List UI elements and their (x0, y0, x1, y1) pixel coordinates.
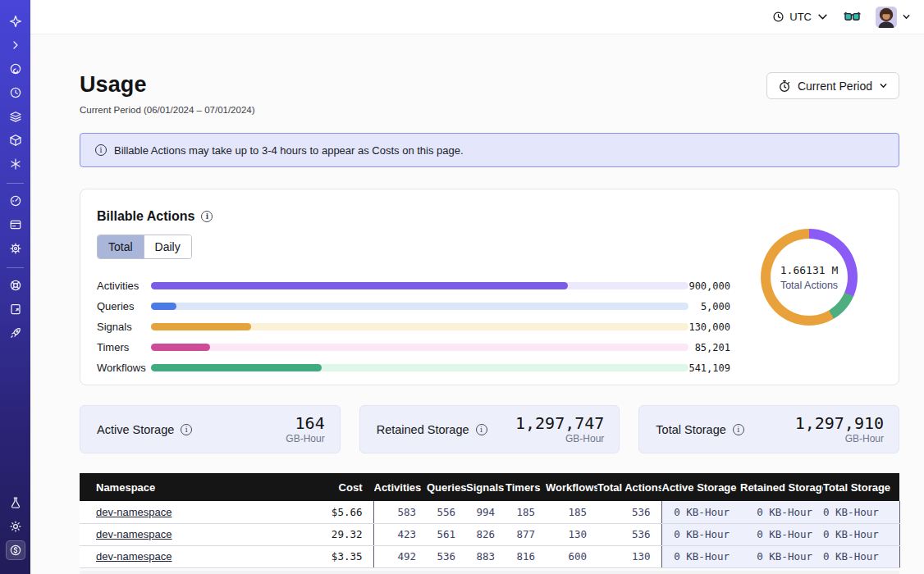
chart-label: Workflows (97, 362, 151, 374)
activities-cell: 492 (373, 545, 427, 567)
bar-track (151, 344, 688, 351)
active-storage-card: Active Storage i 164 GB-Hour (80, 405, 341, 453)
tab-total[interactable]: Total (98, 235, 144, 258)
account-menu[interactable] (876, 7, 911, 28)
chart-label: Signals (97, 321, 151, 333)
info-icon: i (95, 144, 107, 156)
stopwatch-icon (778, 80, 791, 93)
bar-track (151, 282, 688, 289)
four-point-star-icon[interactable] (6, 11, 25, 31)
period-selector-label: Current Period (798, 80, 872, 93)
retained-storage-cell: 0 KB-Hour (740, 501, 823, 523)
bar-track (151, 364, 688, 371)
gear-icon[interactable] (6, 239, 25, 258)
table-row: dev-namespace $3.35 492 536 883 816 600 … (80, 545, 899, 567)
namespace-link[interactable]: dev-namespace (96, 528, 172, 540)
topbar: UTC (30, 0, 924, 34)
tab-daily[interactable]: Daily (144, 235, 191, 258)
billable-actions-card: Billable Actions i Total Daily Activitie… (80, 189, 899, 385)
table-scrollbar[interactable] (80, 571, 899, 574)
retained-storage-cell: 0 KB-Hour (740, 523, 823, 545)
total-storage-cell: 0 KB-Hour (823, 501, 899, 523)
total-actions-cell: 536 (597, 501, 661, 523)
table-row: dev-namespace $5.66 583 556 994 185 185 … (80, 501, 899, 523)
storage-card-label: Active Storage (97, 423, 174, 436)
signals-cell: 826 (466, 523, 505, 545)
col-signals: Signals (466, 473, 505, 501)
glasses-button[interactable] (844, 11, 861, 23)
chart-value: 130,000 (688, 321, 730, 333)
chevron-right-icon[interactable] (6, 35, 25, 55)
queries-cell: 561 (427, 523, 466, 545)
flask-icon[interactable] (6, 493, 25, 512)
window-icon[interactable] (6, 215, 25, 235)
bar-track (151, 323, 688, 330)
signals-cell: 994 (466, 501, 505, 523)
col-queries: Queries (427, 473, 466, 501)
namespace-usage-table: Namespace Cost Activities Queries Signal… (80, 473, 900, 568)
notebook-icon[interactable] (6, 299, 25, 319)
info-icon[interactable]: i (733, 424, 744, 435)
donut-total-label: Total Actions (780, 280, 838, 291)
chart-row-signals: Signals 130,000 (97, 317, 730, 337)
storage-card-label: Total Storage (656, 423, 725, 436)
bar-fill (151, 344, 210, 351)
table-row: dev-namespace 29.32 423 561 826 877 130 … (80, 523, 899, 545)
storage-card-value: 1,297,910 (795, 414, 884, 432)
chart-row-activities: Activities 900,000 (97, 276, 730, 296)
clock-icon[interactable] (6, 83, 25, 102)
info-banner: i Billable Actions may take up to 3-4 ho… (80, 133, 899, 167)
namespace-link[interactable]: dev-namespace (96, 550, 172, 563)
chart-label: Queries (97, 300, 151, 312)
bar-fill (151, 364, 322, 371)
total-storage-card: Total Storage i 1,297,910 GB-Hour (638, 405, 899, 453)
rocket-icon[interactable] (6, 323, 25, 343)
total-actions-cell: 130 (597, 545, 661, 567)
total-actions-donut: 1.66131 M Total Actions (761, 229, 858, 326)
activities-cell: 583 (373, 501, 427, 523)
sidebar-divider (7, 183, 24, 184)
main-content: Usage Current Period (06/01/2024 – 07/01… (30, 34, 924, 574)
chart-value: 5,000 (688, 301, 730, 312)
donut-total-value: 1.66131 M (780, 264, 838, 276)
timers-cell: 185 (505, 501, 546, 523)
total-storage-cell: 0 KB-Hour (823, 545, 899, 567)
active-storage-cell: 0 KB-Hour (661, 523, 740, 545)
workflows-cell: 185 (546, 501, 597, 523)
page-title: Usage (80, 72, 255, 98)
active-storage-cell: 0 KB-Hour (661, 501, 740, 523)
storage-card-unit: GB-Hour (286, 433, 324, 444)
col-total-storage: Total Storage (823, 473, 899, 501)
clock-icon (772, 11, 784, 23)
retained-storage-cell: 0 KB-Hour (740, 545, 823, 567)
sun-icon[interactable] (6, 517, 25, 536)
chart-row-queries: Queries 5,000 (97, 296, 730, 317)
storage-card-label: Retained Storage (377, 423, 469, 436)
storage-card-unit: GB-Hour (515, 433, 604, 444)
chart-row-workflows: Workflows 541,109 (97, 358, 730, 378)
lifebuoy-icon[interactable] (6, 276, 25, 295)
workflows-cell: 600 (546, 545, 597, 567)
storage-card-unit: GB-Hour (795, 433, 884, 444)
queries-cell: 556 (427, 501, 466, 523)
gauge-icon[interactable] (6, 191, 25, 211)
billable-actions-title: Billable Actions (97, 209, 194, 224)
asterisk-icon[interactable] (6, 154, 25, 174)
info-icon[interactable]: i (476, 424, 487, 435)
timezone-selector[interactable]: UTC (772, 11, 829, 23)
dollar-coin-icon[interactable] (6, 540, 25, 560)
timers-cell: 877 (505, 523, 546, 545)
chart-value: 900,000 (688, 280, 730, 292)
namespace-link[interactable]: dev-namespace (96, 506, 172, 518)
info-icon[interactable]: i (181, 424, 192, 435)
sidebar-divider (7, 267, 24, 268)
spiral-icon[interactable] (6, 59, 25, 79)
glasses-icon (844, 11, 861, 23)
period-selector-button[interactable]: Current Period (766, 72, 899, 99)
info-icon[interactable]: i (201, 211, 213, 222)
layers-icon[interactable] (6, 107, 25, 126)
timers-cell: 816 (505, 545, 546, 567)
chart-label: Timers (97, 341, 151, 353)
view-mode-tabs: Total Daily (97, 235, 192, 259)
cube-icon[interactable] (6, 130, 25, 150)
